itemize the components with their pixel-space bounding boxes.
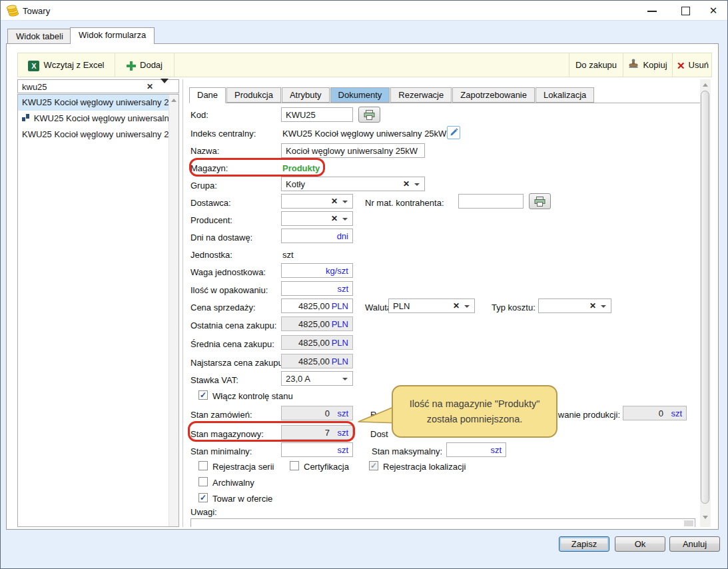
print-nr-mat-button[interactable] xyxy=(529,193,551,209)
kod-input[interactable]: KWU25 xyxy=(281,107,353,122)
kontrola-stanu-label: Włącz kontrolę stanu xyxy=(212,391,293,401)
pencil-icon xyxy=(450,128,458,137)
scroll-up-icon[interactable] xyxy=(703,83,708,87)
checkbox-rejestracja-lokalizacji: ✓ xyxy=(369,461,378,470)
clear-icon[interactable]: ✕ xyxy=(453,301,460,310)
ilosc-opak-label: Ilość w opakowaniu: xyxy=(190,285,268,295)
dostawca-combo[interactable]: ✕ xyxy=(281,194,353,209)
chevron-down-icon[interactable] xyxy=(464,305,470,308)
search-value: kwu25 xyxy=(22,82,47,92)
window: Towary ✕ Widok tabeli Widok formularza X… xyxy=(0,0,728,569)
footer-bar: Zapisz Ok Anuluj xyxy=(1,530,727,569)
list-scrollbar[interactable] xyxy=(169,95,179,526)
uwagi-textarea[interactable] xyxy=(190,518,695,527)
list-item[interactable]: KWU25 Kocioł węglowy uniwersalny 25kW xyxy=(18,111,179,127)
search-input[interactable]: kwu25 ✕ xyxy=(17,79,179,93)
to-purchase-button[interactable]: Do zakupu xyxy=(569,53,623,77)
checkbox-certyfikacja[interactable]: ✓ xyxy=(290,461,299,470)
stan-max-input[interactable]: szt xyxy=(446,442,506,457)
close-button[interactable]: ✕ xyxy=(700,1,727,21)
title-bar: Towary ✕ xyxy=(1,1,727,21)
minimize-icon xyxy=(647,11,657,12)
tab-dokumenty[interactable]: Dokumenty xyxy=(330,87,390,103)
nazwa-input[interactable]: Kocioł węglowy uniwersalny 25kW xyxy=(281,143,425,158)
scrollbar-thumb[interactable] xyxy=(701,91,709,504)
vat-label: Stawka VAT: xyxy=(190,375,238,385)
tab-zapotrzebowanie[interactable]: Zapotrzebowanie xyxy=(452,87,535,103)
grupa-combo[interactable]: Kotły ✕ xyxy=(281,177,425,191)
tab-widok-formularza[interactable]: Widok formularza xyxy=(70,27,155,44)
tab-produkcja[interactable]: Produkcja xyxy=(226,87,281,103)
delete-button[interactable]: ✕Usuń xyxy=(672,53,713,77)
tooltip-line1: Ilość na magazynie "Produkty" xyxy=(393,396,556,412)
waga-input[interactable]: kg/szt xyxy=(281,263,353,278)
waga-label: Waga jednostkowa: xyxy=(190,267,266,277)
cancel-button[interactable]: Anuluj xyxy=(669,536,720,552)
stan-min-input[interactable]: szt xyxy=(281,442,353,457)
stan-max-label: Stan maksymalny: xyxy=(372,446,442,456)
form-scrollbar[interactable] xyxy=(700,79,711,527)
window-title: Towary xyxy=(23,6,50,16)
scroll-down-icon[interactable] xyxy=(703,516,708,519)
towar-w-ofercie-label: Towar w ofercie xyxy=(212,494,272,504)
clear-icon[interactable]: ✕ xyxy=(331,197,338,206)
chevron-down-icon[interactable] xyxy=(414,183,420,186)
list-item[interactable]: KWU25 Kocioł węglowy uniwersalny 25kW xyxy=(18,95,179,111)
kod-label: Kod: xyxy=(190,110,208,120)
stamp-icon xyxy=(628,54,639,77)
minimize-button[interactable] xyxy=(639,1,665,21)
indeks-value: KWU25 Kocioł węglowy uniwersalny 25kW xyxy=(282,129,446,139)
typ-kosztu-combo[interactable]: ✕ xyxy=(538,298,611,313)
coins-app-icon xyxy=(7,4,20,19)
add-button[interactable]: Dodaj xyxy=(115,53,175,77)
dni-input[interactable]: dni xyxy=(281,229,353,243)
tooltip-balloon: Ilość na magazynie "Produkty" została po… xyxy=(392,385,557,438)
save-button[interactable]: Zapisz xyxy=(559,536,609,552)
jednostka-value: szt xyxy=(282,250,294,260)
chevron-down-icon[interactable] xyxy=(342,218,348,221)
tab-rezerwacje[interactable]: Rezerwacje xyxy=(390,87,452,103)
scroll-up-icon[interactable] xyxy=(171,99,177,102)
copy-button[interactable]: Kopiuj xyxy=(623,53,672,77)
vat-combo[interactable]: 23,0 A xyxy=(281,371,353,386)
cena-sprzedazy-input[interactable]: 4825,00 PLN xyxy=(281,298,353,313)
rejestracja-lokalizacji-label: Rejestracja lokalizacji xyxy=(383,462,466,472)
chevron-down-icon[interactable] xyxy=(342,201,348,203)
checkbox-rejestracja-serii[interactable]: ✓ xyxy=(198,461,208,470)
rejestracja-serii-label: Rejestracja serii xyxy=(212,462,274,472)
ilosc-opak-input[interactable]: szt xyxy=(281,281,353,296)
nr-mat-input[interactable] xyxy=(458,194,524,209)
toolbar: XWczytaj z Excel Dodaj Do zakupu Kopiuj … xyxy=(17,53,712,77)
textarea-scroll-grip xyxy=(684,520,693,526)
checkbox-kontrola-stanu[interactable]: ✓ xyxy=(198,390,208,400)
plus-icon xyxy=(127,61,136,71)
waluta-combo[interactable]: PLN ✕ xyxy=(388,298,475,313)
edit-indeks-button[interactable] xyxy=(447,126,460,139)
ok-button[interactable]: Ok xyxy=(615,536,665,552)
tab-lokalizacja[interactable]: Lokalizacja xyxy=(536,87,594,103)
chevron-down-icon[interactable] xyxy=(601,305,606,308)
filter-icon[interactable] xyxy=(161,83,172,93)
list-item[interactable]: KWU25 Kocioł węglowy uniwersalny 25kW xyxy=(18,127,179,143)
chevron-down-icon[interactable] xyxy=(342,378,348,380)
stan-min-label: Stan minimalny: xyxy=(190,446,252,456)
tab-dane[interactable]: Dane xyxy=(189,87,226,103)
clear-icon[interactable]: ✕ xyxy=(403,179,410,189)
checkbox-towar-w-ofercie[interactable]: ✓ xyxy=(198,493,208,502)
archiwalny-label: Archiwalny xyxy=(212,478,254,488)
search-clear-icon[interactable]: ✕ xyxy=(147,82,153,91)
najstarsza-cena-label: Najstarsza cena zakupu: xyxy=(190,358,285,368)
checkbox-archiwalny[interactable]: ✓ xyxy=(198,477,208,486)
producent-combo[interactable]: ✕ xyxy=(281,211,353,226)
clear-icon[interactable]: ✕ xyxy=(589,301,596,310)
tab-widok-tabeli[interactable]: Widok tabeli xyxy=(7,29,72,44)
indeks-label: Indeks centralny: xyxy=(190,129,256,139)
maximize-button[interactable] xyxy=(672,1,699,21)
stan-zamowien-label: Stan zamówień: xyxy=(190,410,252,420)
maximize-icon xyxy=(681,7,690,15)
produkcja-label-fragment: wanie produkcji: xyxy=(553,410,620,420)
clear-icon[interactable]: ✕ xyxy=(331,214,338,223)
tab-atrybuty[interactable]: Atrybuty xyxy=(282,87,330,103)
load-from-excel-button[interactable]: XWczytaj z Excel xyxy=(18,53,115,77)
print-barcode-button[interactable] xyxy=(358,107,380,123)
